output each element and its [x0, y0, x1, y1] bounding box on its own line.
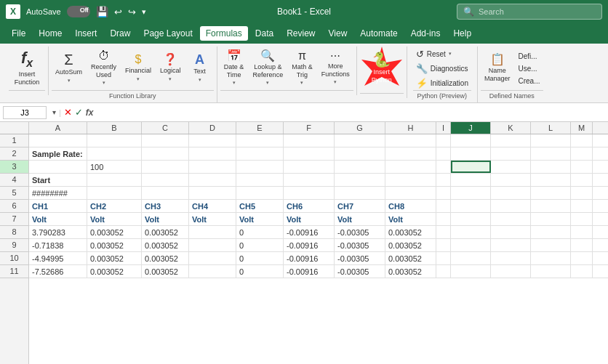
cell-e9[interactable]: 0 [236, 239, 284, 251]
cell-l8[interactable] [531, 226, 571, 238]
cell-g11[interactable]: -0.00305 [335, 265, 385, 278]
cell-i9[interactable] [436, 239, 451, 251]
cell-d9[interactable] [189, 239, 236, 251]
cell-g10[interactable]: -0.00305 [335, 252, 385, 264]
row-header-4[interactable]: 4 [0, 174, 28, 187]
cell-g1[interactable] [335, 134, 385, 147]
initialization-button[interactable]: ⚡ Initialization [413, 76, 471, 90]
cell-k2[interactable] [491, 147, 531, 160]
cell-k11[interactable] [491, 265, 531, 278]
cell-h4[interactable] [385, 174, 436, 186]
cell-b9[interactable]: 0.003052 [87, 239, 142, 251]
cell-l6[interactable] [531, 200, 571, 212]
cell-j11[interactable] [451, 265, 491, 278]
cell-i10[interactable] [436, 252, 451, 264]
cell-m11[interactable] [571, 265, 593, 278]
cell-k3[interactable] [491, 161, 531, 173]
autosum-button[interactable]: Σ AutoSum▾ [52, 48, 86, 89]
cell-h1[interactable] [385, 134, 436, 147]
col-header-j[interactable]: J [451, 122, 491, 134]
menu-insert[interactable]: Insert [69, 26, 103, 41]
cell-d2[interactable] [189, 147, 236, 160]
cell-i6[interactable] [436, 200, 451, 212]
cell-a5[interactable]: ######## [29, 187, 87, 199]
cell-a1[interactable] [29, 134, 87, 147]
cell-a4[interactable]: Start [29, 174, 87, 186]
cell-c4[interactable] [142, 174, 189, 186]
cell-e3[interactable] [236, 161, 284, 173]
cell-j2[interactable] [451, 147, 491, 160]
cell-k4[interactable] [491, 174, 531, 186]
define-name-button[interactable]: Defi... [515, 51, 543, 62]
cell-l3[interactable] [531, 161, 571, 173]
cell-k8[interactable] [491, 226, 531, 238]
cell-g9[interactable]: -0.00305 [335, 239, 385, 251]
cell-l7[interactable] [531, 213, 571, 225]
cell-l10[interactable] [531, 252, 571, 264]
cell-e6[interactable]: CH5 [236, 200, 284, 212]
col-header-h[interactable]: H [385, 122, 436, 134]
cell-m5[interactable] [571, 187, 593, 199]
cell-b3[interactable]: 100 [87, 161, 142, 173]
autosave-toggle[interactable]: Off [67, 6, 90, 17]
cell-i3[interactable] [436, 161, 451, 173]
logical-button[interactable]: ❓ Logical▾ [156, 48, 185, 89]
cell-f2[interactable] [284, 147, 335, 160]
menu-data[interactable]: Data [249, 26, 279, 41]
cell-c7[interactable]: Volt [142, 213, 189, 225]
cell-e4[interactable] [236, 174, 284, 186]
cell-d11[interactable] [189, 265, 236, 278]
menu-home[interactable]: Home [33, 26, 68, 41]
cell-b8[interactable]: 0.003052 [87, 226, 142, 238]
cell-l11[interactable] [531, 265, 571, 278]
redo-icon[interactable]: ↪ [128, 7, 136, 17]
col-header-b[interactable]: B [87, 122, 142, 134]
search-box[interactable]: 🔍 [457, 4, 602, 20]
cell-j5[interactable] [451, 187, 491, 199]
cell-a9[interactable]: -0.71838 [29, 239, 87, 251]
cell-c8[interactable]: 0.003052 [142, 226, 189, 238]
cell-i2[interactable] [436, 147, 451, 160]
cell-b2[interactable] [87, 147, 142, 160]
date-time-button[interactable]: 📅 Date &Time▾ [220, 48, 248, 89]
row-header-3[interactable]: 3 [0, 161, 28, 174]
row-header-7[interactable]: 7 [0, 213, 28, 226]
row-header-2[interactable]: 2 [0, 147, 28, 161]
row-header-6[interactable]: 6 [0, 200, 28, 213]
cell-i11[interactable] [436, 265, 451, 278]
save-icon[interactable]: 💾 [96, 6, 108, 17]
cell-e5[interactable] [236, 187, 284, 199]
cell-m1[interactable] [571, 134, 593, 147]
cell-f5[interactable] [284, 187, 335, 199]
cell-e11[interactable]: 0 [236, 265, 284, 278]
cell-j7[interactable] [451, 213, 491, 225]
cell-f11[interactable]: -0.00916 [284, 265, 335, 278]
cell-h3[interactable] [385, 161, 436, 173]
cell-i5[interactable] [436, 187, 451, 199]
cell-j9[interactable] [451, 239, 491, 251]
search-input[interactable] [479, 7, 596, 16]
more-functions-button[interactable]: ⋯ MoreFunctions▾ [318, 48, 353, 89]
insert-function-icon[interactable]: fx [86, 108, 94, 118]
cell-h6[interactable]: CH8 [385, 200, 436, 212]
cell-k7[interactable] [491, 213, 531, 225]
cell-reference-input[interactable] [3, 106, 47, 119]
cell-d10[interactable] [189, 252, 236, 264]
formula-input[interactable] [100, 107, 605, 118]
col-header-a[interactable]: A [29, 122, 87, 134]
row-header-1[interactable]: 1 [0, 134, 28, 147]
cell-i7[interactable] [436, 213, 451, 225]
cell-d6[interactable]: CH4 [189, 200, 236, 212]
cell-k5[interactable] [491, 187, 531, 199]
cell-j1[interactable] [451, 134, 491, 147]
menu-help[interactable]: Help [447, 26, 477, 41]
insert-python-button[interactable]: 🐍 InsertPython [360, 48, 404, 89]
cell-f10[interactable]: -0.00916 [284, 252, 335, 264]
cell-h10[interactable]: 0.003052 [385, 252, 436, 264]
col-header-i[interactable]: I [436, 122, 451, 134]
cell-h5[interactable] [385, 187, 436, 199]
cell-g8[interactable]: -0.00305 [335, 226, 385, 238]
cell-g4[interactable] [335, 174, 385, 186]
undo-icon[interactable]: ↩ [114, 7, 122, 17]
row-header-11[interactable]: 11 [0, 265, 28, 278]
